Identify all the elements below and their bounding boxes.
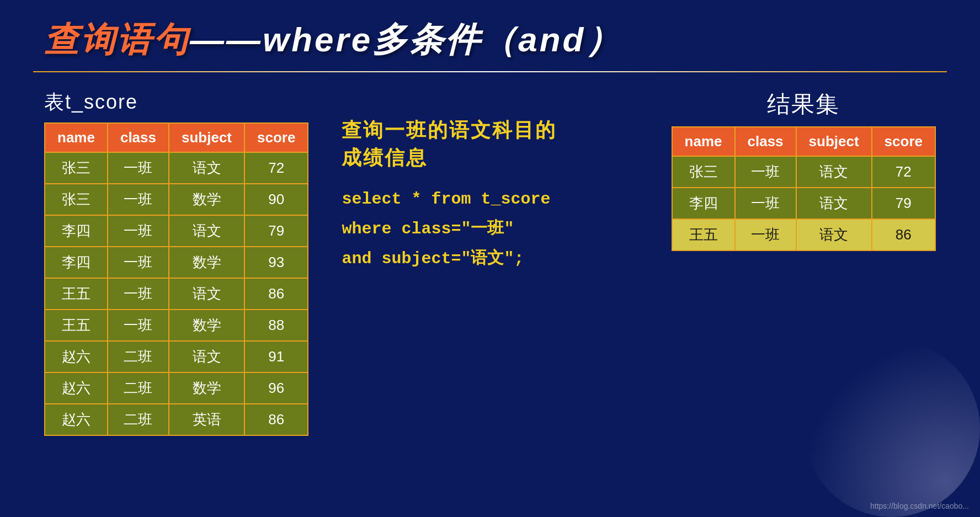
sql-subject-value: 语文 <box>471 248 504 267</box>
col-header-subject: subject <box>169 123 244 152</box>
result-cell: 语文 <box>796 188 872 219</box>
result-cell: 86 <box>872 219 935 250</box>
title-chinese: 查询语句 <box>44 20 190 58</box>
result-cell: 一班 <box>735 156 796 188</box>
table-cell: 李四 <box>45 247 108 278</box>
table-cell: 赵六 <box>45 372 108 404</box>
col-header-name: name <box>45 123 108 152</box>
table-row: 王五一班数学88 <box>45 310 308 341</box>
table-cell: 90 <box>244 184 308 215</box>
table-row: 赵六二班数学96 <box>45 372 308 404</box>
table-row: 赵六二班英语86 <box>45 404 308 435</box>
result-cell: 张三 <box>672 156 735 188</box>
table-cell: 一班 <box>108 278 169 310</box>
result-cell: 79 <box>872 188 935 219</box>
result-cell: 李四 <box>672 188 735 219</box>
table-row: 李四一班数学93 <box>45 247 308 278</box>
table-row: 赵六二班语文91 <box>45 341 308 372</box>
main-content: 表t_score name class subject score 张三一班语文… <box>33 89 947 436</box>
table-cell: 数学 <box>169 184 244 215</box>
table-cell: 一班 <box>108 247 169 278</box>
result-cell: 一班 <box>735 219 796 250</box>
title-divider <box>33 71 947 72</box>
result-table: name class subject score 张三一班语文72李四一班语文7… <box>672 126 936 251</box>
table-cell: 王五 <box>45 310 108 341</box>
title-separator: ——where多条件（and） <box>190 20 622 58</box>
col-header-score: score <box>244 123 308 152</box>
result-col-name: name <box>672 127 735 156</box>
table-cell: 93 <box>244 247 308 278</box>
table-cell: 一班 <box>108 310 169 341</box>
table-cell: 数学 <box>169 372 244 404</box>
table-cell: 数学 <box>169 247 244 278</box>
table-cell: 英语 <box>169 404 244 435</box>
result-cell: 语文 <box>796 219 872 250</box>
left-section: 表t_score name class subject score 张三一班语文… <box>44 89 308 436</box>
result-row: 张三一班语文72 <box>672 156 935 188</box>
sql-class-value: 一班 <box>471 218 504 237</box>
table-cell: 二班 <box>108 341 169 372</box>
table-cell: 数学 <box>169 310 244 341</box>
right-table-title: 结果集 <box>672 89 936 120</box>
table-cell: 语文 <box>169 152 244 184</box>
table-cell: 语文 <box>169 215 244 247</box>
slide-container: 查询语句——where多条件（and） 表t_score name class … <box>0 0 980 517</box>
slide-title: 查询语句——where多条件（and） <box>44 17 936 63</box>
table-cell: 赵六 <box>45 341 108 372</box>
result-col-class: class <box>735 127 796 156</box>
sql-line-3: and subject="语文"; <box>342 243 573 273</box>
table-cell: 86 <box>244 404 308 435</box>
table-cell: 语文 <box>169 278 244 310</box>
col-header-class: class <box>108 123 169 152</box>
result-cell: 72 <box>872 156 935 188</box>
tscore-table: name class subject score 张三一班语文72张三一班数学9… <box>44 122 308 436</box>
sql-code-block: select * from t_score where class="一班" a… <box>342 185 573 273</box>
table-cell: 91 <box>244 341 308 372</box>
table-row: 李四一班语文79 <box>45 215 308 247</box>
table-cell: 张三 <box>45 152 108 184</box>
table-cell: 79 <box>244 215 308 247</box>
result-col-score: score <box>872 127 935 156</box>
result-cell: 语文 <box>796 156 872 188</box>
sql-line-1: select * from t_score <box>342 185 573 214</box>
table-cell: 语文 <box>169 341 244 372</box>
title-area: 查询语句——where多条件（and） <box>33 0 947 71</box>
table-cell: 88 <box>244 310 308 341</box>
table-row: 张三一班语文72 <box>45 152 308 184</box>
sql-line-2: where class="一班" <box>342 214 573 243</box>
middle-section: 查询一班的语文科目的成绩信息 select * from t_score whe… <box>342 89 573 273</box>
query-description: 查询一班的语文科目的成绩信息 <box>342 116 573 172</box>
result-cell: 王五 <box>672 219 735 250</box>
right-section: 结果集 name class subject score 张三一班语文72李四一… <box>672 89 936 251</box>
left-table-title: 表t_score <box>44 89 308 116</box>
table-row: 王五一班语文86 <box>45 278 308 310</box>
table-cell: 72 <box>244 152 308 184</box>
table-cell: 王五 <box>45 278 108 310</box>
table-row: 张三一班数学90 <box>45 184 308 215</box>
table-cell: 一班 <box>108 184 169 215</box>
table-cell: 赵六 <box>45 404 108 435</box>
result-header-row: name class subject score <box>672 127 935 156</box>
table-cell: 张三 <box>45 184 108 215</box>
footer-url: https://blog.csdn.net/caobo... <box>870 502 969 510</box>
table-cell: 二班 <box>108 372 169 404</box>
table-cell: 一班 <box>108 215 169 247</box>
result-row: 王五一班语文86 <box>672 219 935 250</box>
result-cell: 一班 <box>735 188 796 219</box>
table-header-row: name class subject score <box>45 123 308 152</box>
table-cell: 一班 <box>108 152 169 184</box>
table-cell: 二班 <box>108 404 169 435</box>
table-cell: 86 <box>244 278 308 310</box>
result-col-subject: subject <box>796 127 872 156</box>
table-cell: 李四 <box>45 215 108 247</box>
table-cell: 96 <box>244 372 308 404</box>
result-row: 李四一班语文79 <box>672 188 935 219</box>
